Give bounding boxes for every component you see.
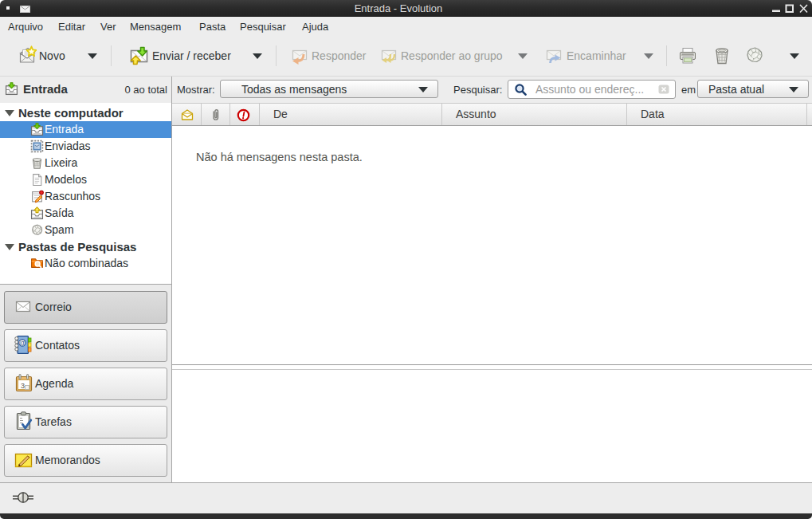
svg-text:3: 3 <box>21 382 25 390</box>
svg-text:@: @ <box>19 339 26 347</box>
